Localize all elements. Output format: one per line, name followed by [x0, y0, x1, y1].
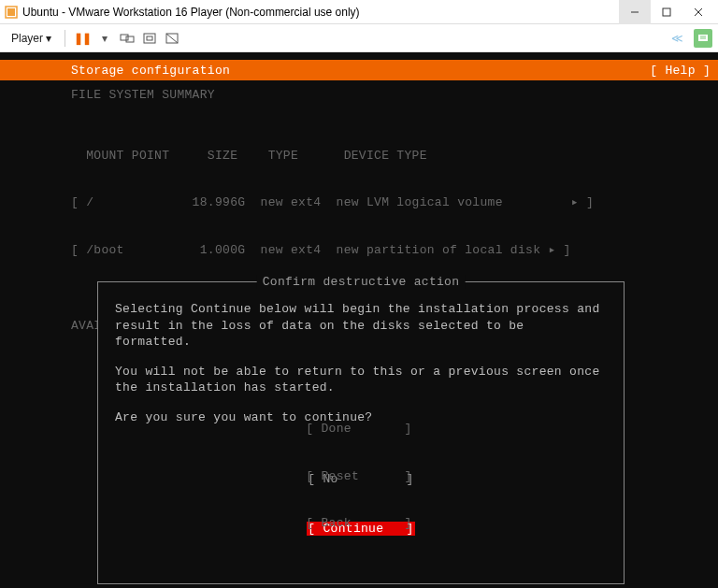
- chevron-down-icon: ▾: [46, 32, 51, 45]
- svg-rect-3: [663, 8, 670, 16]
- dialog-title: Confirm destructive action: [257, 275, 466, 289]
- dialog-paragraph-1: Selecting Continue below will begin the …: [115, 301, 607, 351]
- terminal-screen: Storage configuration [ Help ] FILE SYST…: [0, 52, 718, 588]
- rewind-icon[interactable]: ≪: [668, 29, 686, 48]
- reset-button[interactable]: [ Reset ]: [0, 469, 718, 485]
- fs-table-header: MOUNT POINT SIZE TYPE DEVICE TYPE: [71, 149, 647, 165]
- help-button[interactable]: [ Help ]: [650, 64, 711, 78]
- done-button[interactable]: [ Done ]: [0, 422, 718, 437]
- close-button[interactable]: [682, 0, 714, 24]
- messages-icon[interactable]: [694, 29, 712, 48]
- player-menu-button[interactable]: Player ▾: [6, 30, 57, 47]
- pause-icon[interactable]: ❚❚: [73, 29, 92, 48]
- maximize-button[interactable]: [651, 0, 682, 24]
- back-button[interactable]: [ Back ]: [0, 516, 718, 532]
- svg-rect-6: [121, 35, 128, 40]
- player-menu-label: Player: [11, 32, 43, 45]
- window-titlebar: Ubuntu - VMware Workstation 16 Player (N…: [0, 0, 718, 24]
- window-title: Ubuntu - VMware Workstation 16 Player (N…: [22, 6, 619, 19]
- power-dropdown-icon[interactable]: ▾: [95, 29, 114, 48]
- unity-icon[interactable]: [163, 29, 181, 48]
- svg-rect-9: [147, 36, 152, 40]
- svg-rect-8: [144, 34, 155, 43]
- svg-rect-1: [7, 8, 15, 16]
- svg-rect-7: [126, 36, 134, 42]
- send-ctrl-alt-del-icon[interactable]: [118, 29, 136, 48]
- bottom-options: [ Done ] [ Reset ] [ Back ]: [0, 390, 718, 564]
- toolbar-separator: [65, 30, 65, 47]
- fs-row-boot[interactable]: [ /boot 1.000G new ext4 new partition of…: [71, 243, 647, 259]
- app-icon: [4, 5, 19, 20]
- fs-row-root[interactable]: [ / 18.996G new ext4 new LVM logical vol…: [71, 195, 647, 211]
- svg-line-11: [166, 34, 178, 43]
- minimize-button[interactable]: [619, 0, 651, 24]
- vmware-toolbar: Player ▾ ❚❚ ▾ ≪: [0, 24, 718, 52]
- installer-title: Storage configuration: [71, 64, 230, 78]
- installer-header: Storage configuration [ Help ]: [0, 60, 718, 80]
- fullscreen-icon[interactable]: [140, 29, 159, 48]
- fs-summary-heading: FILE SYSTEM SUMMARY: [71, 88, 647, 104]
